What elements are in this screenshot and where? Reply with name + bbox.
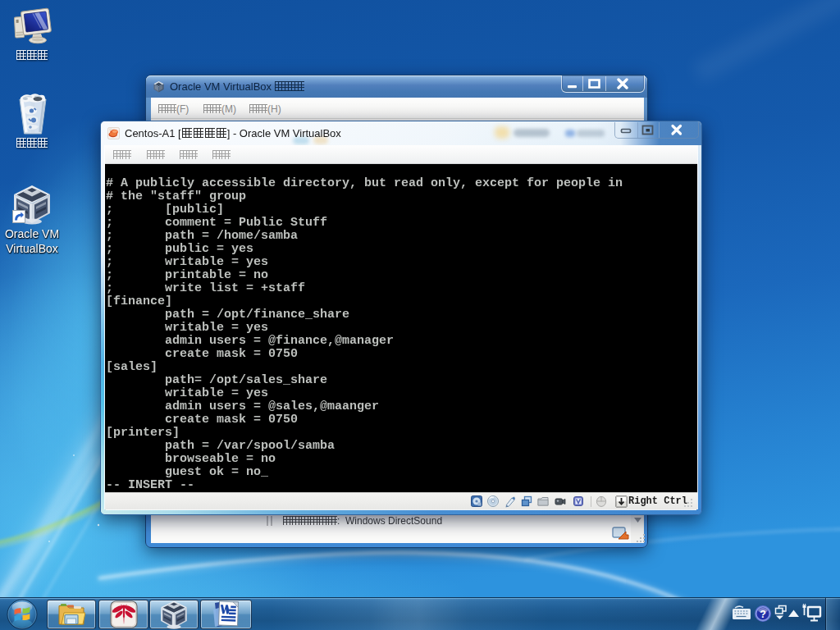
svg-text:?: ? — [760, 609, 766, 620]
